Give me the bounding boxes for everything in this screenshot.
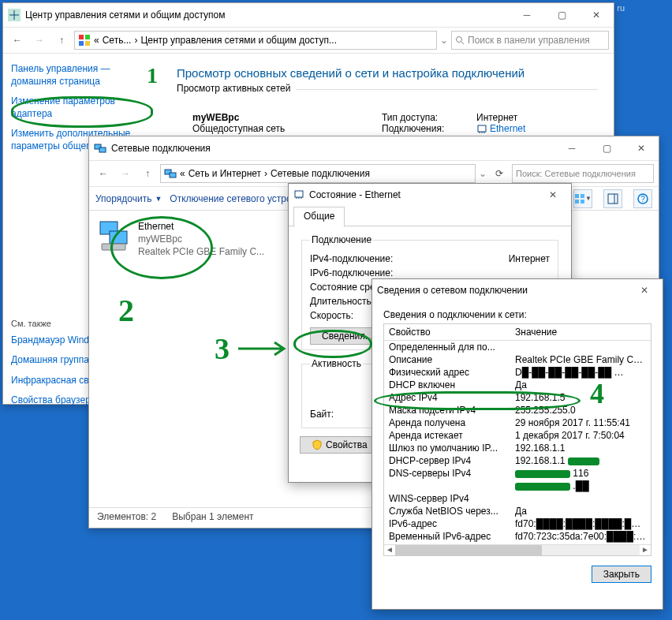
crumb-page[interactable]: Центр управления сетями и общим доступ..… (140, 35, 337, 46)
properties-button[interactable]: Свойства (300, 436, 379, 454)
details-close-button[interactable]: ✕ (631, 280, 658, 301)
search-input[interactable]: Поиск в панели управления (451, 31, 609, 50)
maximize-button[interactable]: ▢ (544, 3, 579, 27)
details-row[interactable]: DHCP включенДа (384, 379, 651, 391)
close-details-button[interactable]: Закрыть (592, 566, 651, 583)
detail-value: 192.168.1.1 (510, 442, 651, 454)
svg-text:?: ? (640, 195, 645, 204)
forward-button[interactable]: → (30, 31, 49, 50)
connection-link[interactable]: Ethernet (490, 123, 525, 134)
detail-key: Служба NetBIOS через... (384, 505, 510, 517)
nc-title: Сетевые подключения (111, 143, 211, 154)
detail-key: Описание (384, 353, 510, 366)
selection-count: Выбран 1 элемент (172, 511, 253, 522)
nc-up-button[interactable]: ↑ (138, 164, 157, 183)
crumb-root[interactable]: Сеть... (103, 35, 132, 46)
detail-key: Аренда истекает (384, 429, 510, 442)
adapter-ethernet[interactable]: Ethernet myWEBpc Realtek PCIe GBE Family… (95, 217, 293, 262)
breadcrumb[interactable]: « Сеть... › Центр управления сетями и об… (74, 31, 437, 50)
detail-key: Маска подсети IPv4 (384, 404, 510, 416)
minimize-button[interactable]: ─ (510, 3, 544, 27)
h-scrollbar[interactable]: ◄► (384, 544, 651, 555)
details-row[interactable]: DHCP-сервер IPv4192.168.1.1 (384, 454, 651, 467)
nc-crumb-b[interactable]: Сетевые подключения (271, 168, 370, 179)
nc-search-input[interactable]: Поиск: Сетевые подключения (512, 164, 654, 183)
svg-rect-14 (581, 200, 584, 204)
detail-value: D█-██-██-██-██-██ (510, 366, 651, 379)
ipv4-conn-value: Интернет (428, 253, 550, 264)
adapter-network: myWEBpc (138, 233, 264, 245)
svg-rect-20 (102, 244, 125, 250)
nc-refresh-button[interactable]: ⟳ (490, 164, 509, 183)
detail-key (384, 480, 510, 492)
close-button[interactable]: ✕ (579, 3, 614, 27)
svg-rect-15 (608, 194, 618, 204)
detail-key: Аренда получена (384, 416, 510, 429)
titlebar: Центр управления сетями и общим доступом… (3, 3, 614, 27)
details-row[interactable]: Аренда получена29 ноября 2017 г. 11:55:4… (384, 416, 651, 429)
svg-rect-4 (85, 41, 90, 46)
sidebar-home[interactable]: Панель управления — домашняя страница (11, 63, 153, 88)
details-row[interactable]: Адрес IPv4192.168.1.5 (384, 391, 651, 404)
view-mode-button[interactable]: ▼ (573, 189, 592, 208)
svg-rect-19 (110, 231, 127, 244)
svg-rect-11 (575, 194, 579, 198)
cp-icon (78, 34, 91, 47)
details-grid: Свойство Значение Определенный для по...… (383, 323, 651, 556)
svg-rect-3 (79, 41, 84, 46)
detail-key: Физический адрес (384, 366, 510, 379)
details-row[interactable]: Служба NetBIOS через...Да (384, 505, 651, 517)
ethernet-icon (476, 123, 487, 134)
organize-menu[interactable]: Упорядочить ▼ (95, 193, 162, 204)
details-row[interactable]: .██ (384, 480, 651, 492)
svg-rect-6 (478, 125, 486, 132)
sidebar-adapter-settings[interactable]: Изменение параметров адаптера (11, 95, 153, 120)
detail-value: 116 (510, 467, 651, 480)
search-icon (455, 35, 465, 45)
adapter-icon (99, 220, 132, 252)
detail-key: IPv6-адрес (384, 517, 510, 530)
active-nets-label: Просмотр активных сетей (177, 83, 297, 94)
status-icon (293, 189, 306, 201)
up-button[interactable]: ↑ (52, 31, 71, 50)
nc-close-button[interactable]: ✕ (624, 136, 659, 160)
network-connections-icon (94, 142, 106, 155)
detail-value: Да (510, 379, 651, 391)
detail-key: Шлюз по умолчанию IP... (384, 442, 510, 454)
details-row[interactable] (384, 543, 651, 544)
details-row[interactable]: Шлюз по умолчанию IP...192.168.1.1 (384, 442, 651, 454)
ipv6-conn-key: IPv6-подключение: (310, 267, 428, 278)
adapter-device: Realtek PCIe GBE Family C... (138, 245, 264, 258)
details-row[interactable]: Физический адресD█-██-██-██-██-██ (384, 366, 651, 379)
status-titlebar: Состояние - Ethernet ✕ (289, 184, 571, 206)
details-row[interactable]: Временный IPv6-адресfd70:723c:35da:7e00:… (384, 530, 651, 543)
nav-row: ← → ↑ « Сеть... › Центр управления сетям… (3, 27, 614, 54)
tab-general[interactable]: Общие (293, 207, 345, 227)
details-row[interactable]: IPv6-адресfd70:████:████:████:████:c1e (384, 517, 651, 530)
svg-point-5 (457, 37, 462, 43)
nc-breadcrumb[interactable]: « Сеть и Интернет › Сетевые подключения (160, 164, 476, 183)
detail-value: 255.255.255.0 (510, 404, 651, 416)
nc-minimize-button[interactable]: ─ (554, 136, 589, 160)
access-key: Тип доступа: (382, 112, 476, 123)
detail-key: DHCP включен (384, 379, 510, 391)
details-row[interactable]: DNS-серверы IPv4 116 (384, 467, 651, 480)
back-button[interactable]: ← (8, 31, 27, 50)
nc-back-button[interactable]: ← (94, 164, 113, 183)
details-row[interactable]: ОписаниеRealtek PCIe GBE Family Controll… (384, 353, 651, 366)
details-row[interactable]: Маска подсети IPv4255.255.255.0 (384, 404, 651, 416)
details-row[interactable]: Определенный для по... (384, 341, 651, 353)
status-close-button[interactable]: ✕ (539, 185, 566, 205)
preview-pane-button[interactable] (603, 189, 622, 208)
window-title: Центр управления сетями и общим доступом (25, 9, 226, 21)
svg-rect-2 (85, 35, 90, 39)
activity-group-label: Активность (310, 358, 363, 369)
nc-forward-button[interactable]: → (116, 164, 135, 183)
detail-value (510, 492, 651, 505)
nc-crumb-a[interactable]: Сеть и Интернет (189, 168, 261, 179)
details-row[interactable]: WINS-сервер IPv4 (384, 492, 651, 505)
details-row[interactable]: Аренда истекает1 декабря 2017 г. 7:50:04 (384, 429, 651, 442)
help-button[interactable]: ? (633, 189, 652, 208)
nc-maximize-button[interactable]: ▢ (589, 136, 624, 160)
detail-value: .██ (510, 480, 651, 492)
